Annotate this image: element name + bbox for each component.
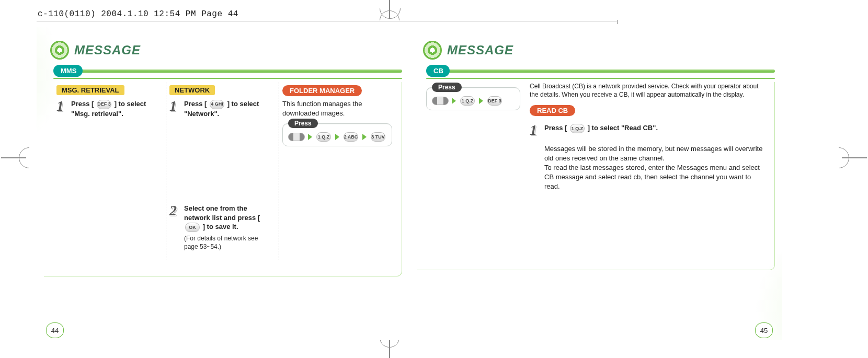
col-network: NETWORK 1 Press [ 4 GHI ] to select "Net… xyxy=(166,82,279,260)
step-number-icon: 1 xyxy=(169,99,181,118)
key-1-icon: 1 Q.Z xyxy=(570,124,585,133)
subhead-read-cb: READ CB xyxy=(530,105,575,116)
arrow-icon xyxy=(452,98,456,104)
body-frame: Press 1 Q.Z DEF 3 Cell Broadcast (CB) is… xyxy=(417,82,775,270)
step-text-fragment: Press [ xyxy=(184,100,207,108)
page-number: 44 xyxy=(46,322,64,338)
section-header: MESSAGE xyxy=(423,41,775,60)
arrow-icon xyxy=(479,98,483,104)
step-number-icon: 1 xyxy=(530,123,541,136)
cb-intro: Cell Broadcast (CB) is a network provide… xyxy=(530,82,767,99)
crop-tagline: c-110(0110) 2004.1.10 12:54 PM Page 44 xyxy=(38,9,238,19)
section-title: MESSAGE xyxy=(74,43,141,57)
step-text: Select one from the network list and pre… xyxy=(184,204,272,251)
key-3-icon: DEF 3 xyxy=(487,96,502,106)
page-44: MESSAGE MMS MSG. RETRIEVAL 1 Press [ DEF… xyxy=(37,27,409,340)
arrow-icon xyxy=(308,134,312,140)
page-number: 45 xyxy=(755,322,773,338)
step-text: Press [ DEF 3 ] to select "Msg. retrieva… xyxy=(71,99,159,118)
crop-mark xyxy=(842,157,867,158)
section-tab: CB xyxy=(426,65,775,77)
key-4-icon: 4 GHI xyxy=(210,100,224,109)
section-tab: MMS xyxy=(53,65,402,77)
body-frame: MSG. RETRIEVAL 1 Press [ DEF 3 ] to sele… xyxy=(44,82,402,276)
folder-manager-desc: This function manages the downloaded ima… xyxy=(282,99,392,118)
step-text-fragment: Select one from the network list and pre… xyxy=(184,204,260,222)
tab-rail xyxy=(78,70,402,73)
crop-mark xyxy=(617,20,618,24)
step-1: 1 Press [ DEF 3 ] to select "Msg. retrie… xyxy=(56,99,159,118)
bullseye-icon xyxy=(423,41,442,60)
arrow-icon xyxy=(362,134,367,140)
step-text-fragment: Press [ xyxy=(544,124,567,132)
section-header: MESSAGE xyxy=(50,41,402,60)
subhead-msg-retrieval: MSG. RETRIEVAL xyxy=(56,85,124,95)
tab-rail xyxy=(446,70,775,73)
text-column: Cell Broadcast (CB) is a network provide… xyxy=(530,82,771,192)
key-1-icon: 1 Q.Z xyxy=(460,96,475,106)
menu-key-icon xyxy=(288,133,305,141)
step-number-icon: 1 xyxy=(56,99,68,118)
step-1: 1 Press [ 1 Q.Z ] to select "Read CB". xyxy=(530,123,767,136)
key-1-icon: 1 Q.Z xyxy=(316,132,331,142)
menu-key-icon xyxy=(432,97,449,105)
key-2-icon: 2 ABC xyxy=(344,132,358,142)
page-45: MESSAGE CB Press 1 Q.Z DEF 3 xyxy=(409,27,782,340)
col-msg-retrieval: MSG. RETRIEVAL 1 Press [ DEF 3 ] to sele… xyxy=(53,82,166,260)
press-sequence: Press 1 Q.Z DEF 3 xyxy=(426,87,520,110)
step-text-fragment: ] to save it. xyxy=(203,223,238,230)
tab-rail-underline xyxy=(426,78,775,79)
tab-label: MMS xyxy=(53,65,83,77)
press-label: Press xyxy=(432,83,462,92)
section-title: MESSAGE xyxy=(447,43,513,57)
subhead-network: NETWORK xyxy=(169,85,215,95)
bullseye-icon xyxy=(50,41,69,60)
step-1: 1 Press [ 4 GHI ] to select "Network". xyxy=(169,99,272,118)
subhead-folder-manager: FOLDER MANAGER xyxy=(282,85,362,96)
step-fineprint: (For details of network see page 53~54.) xyxy=(184,234,272,251)
step-text-fragment: Press [ xyxy=(71,100,94,108)
step-number-icon: 2 xyxy=(169,204,181,251)
read-cb-note: Messages will be stored in the memory, b… xyxy=(544,144,767,192)
press-sequence: Press 1 Q.Z 2 ABC 8 TUV xyxy=(282,123,392,146)
col-folder-manager: FOLDER MANAGER This function manages the… xyxy=(279,82,398,260)
step-text-fragment: ] to select "Read CB". xyxy=(588,124,658,132)
right-main: Press 1 Q.Z DEF 3 Cell Broadcast (CB) is… xyxy=(426,82,771,192)
crop-mark xyxy=(37,21,617,21)
sheet: c-110(0110) 2004.1.10 12:54 PM Page 44 M… xyxy=(0,0,868,358)
key-8-icon: 8 TUV xyxy=(371,132,385,142)
press-column: Press 1 Q.Z DEF 3 xyxy=(426,82,520,192)
crop-mark xyxy=(1,157,26,158)
key-ok-icon: OK xyxy=(185,223,200,232)
tab-rail-underline xyxy=(53,78,402,79)
step-text: Press [ 4 GHI ] to select "Network". xyxy=(184,99,272,118)
step-2: 2 Select one from the network list and p… xyxy=(169,204,272,251)
step-text: Press [ 1 Q.Z ] to select "Read CB". xyxy=(544,123,658,136)
tab-label: CB xyxy=(426,65,450,77)
columns: MSG. RETRIEVAL 1 Press [ DEF 3 ] to sele… xyxy=(53,82,398,260)
spread: MESSAGE MMS MSG. RETRIEVAL 1 Press [ DEF… xyxy=(37,27,782,340)
arrow-icon xyxy=(335,134,339,140)
press-label: Press xyxy=(288,119,318,128)
key-3-icon: DEF 3 xyxy=(97,100,111,109)
